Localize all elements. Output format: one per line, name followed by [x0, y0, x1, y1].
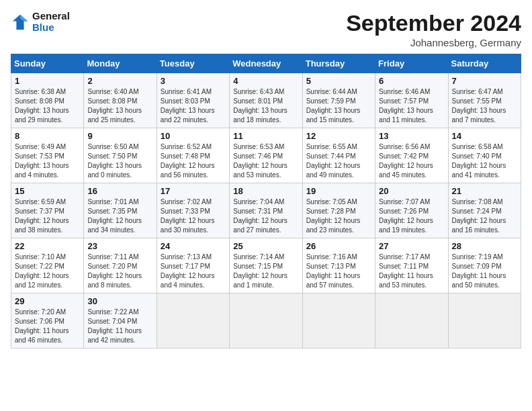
day-number: 12: [306, 131, 371, 141]
day-number: 15: [15, 186, 80, 196]
day-number: 9: [87, 131, 152, 141]
calendar-week-2: 15 Sunrise: 6:59 AMSunset: 7:37 PMDaylig…: [11, 183, 521, 238]
calendar-cell: 9 Sunrise: 6:50 AMSunset: 7:50 PMDayligh…: [84, 128, 157, 183]
day-number: 5: [306, 76, 371, 86]
day-info: Sunrise: 7:14 AMSunset: 7:15 PMDaylight:…: [233, 253, 298, 290]
day-info: Sunrise: 6:47 AMSunset: 7:55 PMDaylight:…: [452, 87, 517, 125]
day-info: Sunrise: 7:07 AMSunset: 7:26 PMDaylight:…: [379, 197, 444, 235]
weekday-tuesday: Tuesday: [157, 54, 229, 73]
day-number: 26: [306, 241, 371, 251]
day-info: Sunrise: 6:40 AMSunset: 8:08 PMDaylight:…: [87, 87, 152, 125]
weekday-wednesday: Wednesday: [230, 54, 302, 73]
day-number: 10: [161, 131, 226, 141]
weekday-header-row: SundayMondayTuesdayWednesdayThursdayFrid…: [11, 54, 521, 73]
day-info: Sunrise: 7:08 AMSunset: 7:24 PMDaylight:…: [452, 197, 517, 235]
day-number: 6: [379, 76, 444, 86]
calendar-title: September 2024: [346, 11, 521, 36]
calendar-cell: 15 Sunrise: 6:59 AMSunset: 7:37 PMDaylig…: [11, 183, 84, 238]
calendar-cell: 24 Sunrise: 7:13 AMSunset: 7:17 PMDaylig…: [157, 238, 229, 293]
day-number: 8: [15, 131, 80, 141]
calendar-cell: 4 Sunrise: 6:43 AMSunset: 8:01 PMDayligh…: [230, 73, 302, 128]
calendar-cell: 23 Sunrise: 7:11 AMSunset: 7:20 PMDaylig…: [84, 238, 157, 293]
calendar-cell: 11 Sunrise: 6:53 AMSunset: 7:46 PMDaylig…: [230, 128, 302, 183]
day-info: Sunrise: 6:56 AMSunset: 7:42 PMDaylight:…: [379, 142, 444, 180]
day-info: Sunrise: 6:53 AMSunset: 7:46 PMDaylight:…: [233, 142, 298, 180]
day-info: Sunrise: 6:52 AMSunset: 7:48 PMDaylight:…: [161, 142, 226, 180]
day-info: Sunrise: 6:41 AMSunset: 8:03 PMDaylight:…: [161, 87, 226, 125]
day-number: 23: [87, 241, 152, 251]
day-info: Sunrise: 6:50 AMSunset: 7:50 PMDaylight:…: [87, 142, 152, 180]
calendar-table: SundayMondayTuesdayWednesdayThursdayFrid…: [11, 54, 521, 349]
day-info: Sunrise: 7:01 AMSunset: 7:35 PMDaylight:…: [87, 197, 152, 235]
day-number: 30: [87, 296, 152, 306]
day-info: Sunrise: 7:22 AMSunset: 7:04 PMDaylight:…: [87, 308, 152, 345]
day-info: Sunrise: 7:16 AMSunset: 7:13 PMDaylight:…: [306, 253, 371, 290]
calendar-cell: 28 Sunrise: 7:19 AMSunset: 7:09 PMDaylig…: [448, 238, 521, 293]
day-info: Sunrise: 6:49 AMSunset: 7:53 PMDaylight:…: [15, 142, 80, 180]
day-info: Sunrise: 7:10 AMSunset: 7:22 PMDaylight:…: [15, 253, 80, 290]
weekday-saturday: Saturday: [448, 54, 521, 73]
calendar-cell: [302, 293, 375, 349]
day-number: 21: [452, 186, 517, 196]
calendar-cell: 18 Sunrise: 7:04 AMSunset: 7:31 PMDaylig…: [230, 183, 302, 238]
calendar-cell: 1 Sunrise: 6:38 AMSunset: 8:08 PMDayligh…: [11, 73, 84, 128]
weekday-thursday: Thursday: [302, 54, 375, 73]
calendar-cell: 13 Sunrise: 6:56 AMSunset: 7:42 PMDaylig…: [375, 128, 448, 183]
calendar-cell: 30 Sunrise: 7:22 AMSunset: 7:04 PMDaylig…: [84, 293, 157, 349]
calendar-cell: 27 Sunrise: 7:17 AMSunset: 7:11 PMDaylig…: [375, 238, 448, 293]
day-number: 18: [233, 186, 298, 196]
calendar-cell: 21 Sunrise: 7:08 AMSunset: 7:24 PMDaylig…: [448, 183, 521, 238]
calendar-cell: 16 Sunrise: 7:01 AMSunset: 7:35 PMDaylig…: [84, 183, 157, 238]
title-block: September 2024 Johannesberg, Germany: [346, 11, 521, 48]
day-number: 28: [452, 241, 517, 251]
day-number: 19: [306, 186, 371, 196]
day-info: Sunrise: 6:59 AMSunset: 7:37 PMDaylight:…: [15, 197, 80, 235]
calendar-cell: 29 Sunrise: 7:20 AMSunset: 7:06 PMDaylig…: [11, 293, 84, 349]
day-info: Sunrise: 6:43 AMSunset: 8:01 PMDaylight:…: [233, 87, 298, 125]
day-number: 29: [15, 296, 80, 306]
day-info: Sunrise: 7:19 AMSunset: 7:09 PMDaylight:…: [452, 253, 517, 290]
weekday-friday: Friday: [375, 54, 448, 73]
calendar-cell: 20 Sunrise: 7:07 AMSunset: 7:26 PMDaylig…: [375, 183, 448, 238]
page-header: General Blue September 2024 Johannesberg…: [11, 11, 521, 48]
calendar-cell: 17 Sunrise: 7:02 AMSunset: 7:33 PMDaylig…: [157, 183, 229, 238]
calendar-cell: 25 Sunrise: 7:14 AMSunset: 7:15 PMDaylig…: [230, 238, 302, 293]
calendar-week-3: 22 Sunrise: 7:10 AMSunset: 7:22 PMDaylig…: [11, 238, 521, 293]
calendar-week-0: 1 Sunrise: 6:38 AMSunset: 8:08 PMDayligh…: [11, 73, 521, 128]
calendar-cell: 10 Sunrise: 6:52 AMSunset: 7:48 PMDaylig…: [157, 128, 229, 183]
calendar-cell: [157, 293, 229, 349]
day-info: Sunrise: 7:05 AMSunset: 7:28 PMDaylight:…: [306, 197, 371, 235]
day-number: 22: [15, 241, 80, 251]
day-number: 1: [15, 76, 80, 86]
calendar-subtitle: Johannesberg, Germany: [346, 37, 521, 48]
day-number: 25: [233, 241, 298, 251]
day-info: Sunrise: 6:55 AMSunset: 7:44 PMDaylight:…: [306, 142, 371, 180]
calendar-cell: 12 Sunrise: 6:55 AMSunset: 7:44 PMDaylig…: [302, 128, 375, 183]
calendar-cell: 26 Sunrise: 7:16 AMSunset: 7:13 PMDaylig…: [302, 238, 375, 293]
day-info: Sunrise: 7:11 AMSunset: 7:20 PMDaylight:…: [87, 253, 152, 290]
day-info: Sunrise: 7:20 AMSunset: 7:06 PMDaylight:…: [15, 308, 80, 345]
day-number: 11: [233, 131, 298, 141]
calendar-cell: 5 Sunrise: 6:44 AMSunset: 7:59 PMDayligh…: [302, 73, 375, 128]
weekday-monday: Monday: [84, 54, 157, 73]
day-number: 14: [452, 131, 517, 141]
day-number: 20: [379, 186, 444, 196]
day-number: 16: [87, 186, 152, 196]
day-number: 7: [452, 76, 517, 86]
calendar-cell: 22 Sunrise: 7:10 AMSunset: 7:22 PMDaylig…: [11, 238, 84, 293]
day-number: 2: [87, 76, 152, 86]
calendar-cell: 19 Sunrise: 7:05 AMSunset: 7:28 PMDaylig…: [302, 183, 375, 238]
calendar-cell: [230, 293, 302, 349]
calendar-cell: 3 Sunrise: 6:41 AMSunset: 8:03 PMDayligh…: [157, 73, 229, 128]
calendar-cell: [448, 293, 521, 349]
day-info: Sunrise: 7:13 AMSunset: 7:17 PMDaylight:…: [161, 253, 226, 290]
calendar-week-1: 8 Sunrise: 6:49 AMSunset: 7:53 PMDayligh…: [11, 128, 521, 183]
calendar-cell: 6 Sunrise: 6:46 AMSunset: 7:57 PMDayligh…: [375, 73, 448, 128]
day-number: 4: [233, 76, 298, 86]
calendar-cell: 8 Sunrise: 6:49 AMSunset: 7:53 PMDayligh…: [11, 128, 84, 183]
day-info: Sunrise: 6:58 AMSunset: 7:40 PMDaylight:…: [452, 142, 517, 180]
day-info: Sunrise: 6:46 AMSunset: 7:57 PMDaylight:…: [379, 87, 444, 125]
calendar-cell: 14 Sunrise: 6:58 AMSunset: 7:40 PMDaylig…: [448, 128, 521, 183]
day-info: Sunrise: 6:44 AMSunset: 7:59 PMDaylight:…: [306, 87, 371, 125]
logo-icon: [11, 13, 30, 32]
